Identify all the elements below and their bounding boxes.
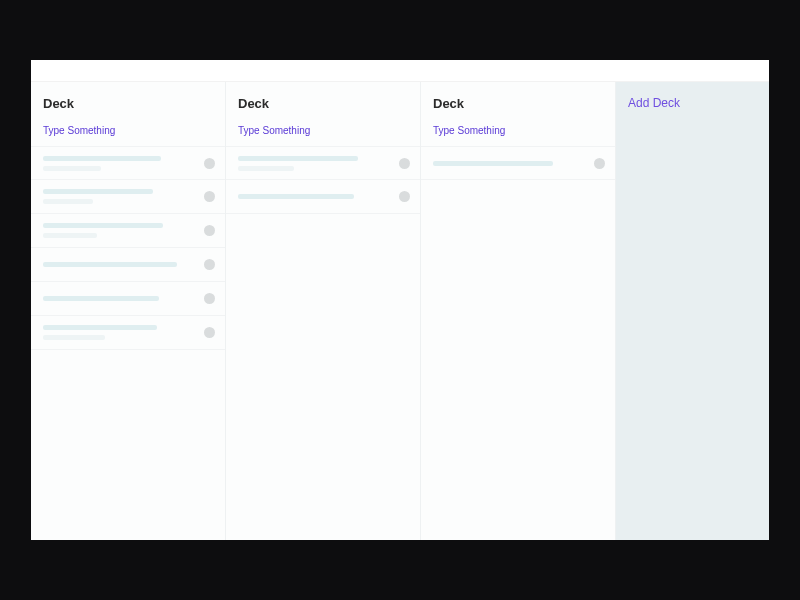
placeholder-line bbox=[238, 156, 358, 161]
placeholder-line bbox=[43, 233, 97, 238]
placeholder-line bbox=[43, 189, 153, 194]
card-item[interactable] bbox=[31, 214, 225, 248]
card-item[interactable] bbox=[31, 146, 225, 180]
app-window: Deck Type Something bbox=[31, 60, 769, 540]
card-item[interactable] bbox=[31, 282, 225, 316]
placeholder-line bbox=[43, 199, 93, 204]
deck-title: Deck bbox=[238, 96, 408, 111]
deck-column: Deck Type Something bbox=[31, 82, 226, 540]
card-placeholder-lines bbox=[43, 189, 196, 204]
placeholder-line bbox=[43, 325, 157, 330]
card-status-dot-icon bbox=[204, 259, 215, 270]
card-list bbox=[31, 146, 225, 350]
card-status-dot-icon bbox=[204, 327, 215, 338]
deck-header: Deck Type Something bbox=[31, 82, 225, 146]
placeholder-line bbox=[238, 166, 294, 171]
placeholder-line bbox=[43, 262, 177, 267]
deck-board: Deck Type Something bbox=[31, 82, 769, 540]
add-deck-column[interactable]: Add Deck bbox=[616, 82, 769, 540]
card-list bbox=[226, 146, 420, 214]
card-placeholder-lines bbox=[238, 156, 391, 171]
placeholder-line bbox=[238, 194, 354, 199]
card-status-dot-icon bbox=[594, 158, 605, 169]
card-status-dot-icon bbox=[399, 158, 410, 169]
deck-column: Deck Type Something bbox=[226, 82, 421, 540]
card-item[interactable] bbox=[421, 146, 615, 180]
card-status-dot-icon bbox=[204, 158, 215, 169]
card-status-dot-icon bbox=[204, 191, 215, 202]
card-status-dot-icon bbox=[204, 225, 215, 236]
deck-header: Deck Type Something bbox=[421, 82, 615, 146]
card-item[interactable] bbox=[31, 180, 225, 214]
add-card-button[interactable]: Type Something bbox=[238, 125, 408, 136]
deck-title: Deck bbox=[433, 96, 603, 111]
add-deck-label: Add Deck bbox=[628, 96, 757, 110]
deck-column: Deck Type Something bbox=[421, 82, 616, 540]
card-placeholder-lines bbox=[43, 262, 196, 267]
placeholder-line bbox=[43, 296, 159, 301]
card-list bbox=[421, 146, 615, 180]
placeholder-line bbox=[43, 335, 105, 340]
card-item[interactable] bbox=[31, 316, 225, 350]
placeholder-line bbox=[43, 156, 161, 161]
card-status-dot-icon bbox=[204, 293, 215, 304]
card-placeholder-lines bbox=[238, 194, 391, 199]
card-placeholder-lines bbox=[43, 223, 196, 238]
card-item[interactable] bbox=[31, 248, 225, 282]
deck-header: Deck Type Something bbox=[226, 82, 420, 146]
deck-title: Deck bbox=[43, 96, 213, 111]
card-item[interactable] bbox=[226, 146, 420, 180]
placeholder-line bbox=[43, 166, 101, 171]
placeholder-line bbox=[43, 223, 163, 228]
card-placeholder-lines bbox=[43, 325, 196, 340]
card-item[interactable] bbox=[226, 180, 420, 214]
add-card-button[interactable]: Type Something bbox=[433, 125, 603, 136]
card-placeholder-lines bbox=[43, 156, 196, 171]
window-titlebar bbox=[31, 60, 769, 82]
add-card-button[interactable]: Type Something bbox=[43, 125, 213, 136]
card-placeholder-lines bbox=[43, 296, 196, 301]
card-placeholder-lines bbox=[433, 161, 586, 166]
card-status-dot-icon bbox=[399, 191, 410, 202]
placeholder-line bbox=[433, 161, 553, 166]
